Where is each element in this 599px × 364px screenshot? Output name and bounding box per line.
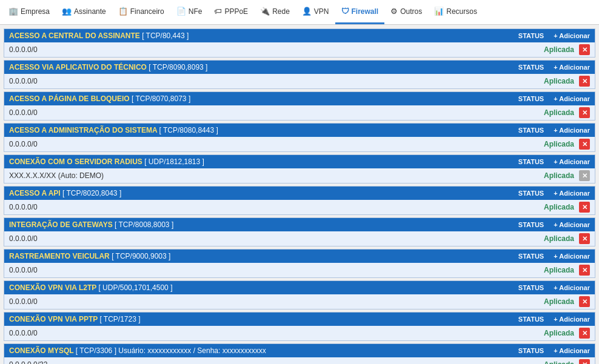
rule-block: ACESSO A ADMINISTRAÇÃO DO SISTEMA [ TCP/… xyxy=(4,123,595,152)
delete-rule-button[interactable]: ✕ xyxy=(579,76,590,87)
delete-rule-button[interactable]: ✕ xyxy=(579,202,590,213)
rule-data-row: 0.0.0.0/0Aplicada✕ xyxy=(4,42,595,57)
pppoe-icon: 🏷 xyxy=(214,7,222,16)
delete-rule-button[interactable]: ✕ xyxy=(579,233,590,244)
rule-block: ACESSO A PÁGINA DE BLOQUEIO [ TCP/8070,8… xyxy=(4,91,595,121)
rule-title: ACESSO VIA APLICATIVO DO TÉCNICO [ TCP/8… xyxy=(9,63,507,71)
recursos-icon: 📊 xyxy=(434,7,444,16)
rule-block: CONEXÃO VPN VIA L2TP [ UDP/500,1701,4500… xyxy=(4,280,595,309)
rule-data-row: 0.0.0.0.0/32Aplicada✕ xyxy=(4,357,595,364)
rule-data-row: 0.0.0.0/0Aplicada✕ xyxy=(4,74,595,88)
nav-item-pppoe[interactable]: 🏷PPPoE xyxy=(208,0,254,24)
status-column-label: STATUS xyxy=(507,253,544,260)
rule-title: ACESSO A CENTRAL DO ASSINANTE [ TCP/80,4… xyxy=(9,31,507,40)
rule-name: ACESSO A CENTRAL DO ASSINANTE xyxy=(9,31,140,40)
rule-status-value: Aplicada xyxy=(538,171,574,180)
main-content: ACESSO A CENTRAL DO ASSINANTE [ TCP/80,4… xyxy=(0,25,599,364)
nfe-icon: 📄 xyxy=(176,7,186,16)
rule-ip: 0.0.0.0/0 xyxy=(9,329,538,337)
rule-protocol: [ TCP/8070,8073 ] xyxy=(132,94,190,103)
rule-title: CONEXÃO VPN VIA L2TP [ UDP/500,1701,4500… xyxy=(9,283,507,292)
rule-block: CONEXÃO VPN VIA PPTP [ TCP/1723 ]STATUS+… xyxy=(4,312,595,341)
nav-item-nfe[interactable]: 📄NFe xyxy=(170,0,209,24)
nav-item-empresa[interactable]: 🏢Empresa xyxy=(2,0,56,24)
rule-name: INTEGRAÇÃO DE GATEWAYS xyxy=(9,220,113,229)
rule-header: CONEXÃO VPN VIA L2TP [ UDP/500,1701,4500… xyxy=(4,281,595,294)
delete-rule-button[interactable]: ✕ xyxy=(579,296,590,307)
rule-status-value: Aplicada xyxy=(538,108,574,117)
nav-label-rede: Rede xyxy=(272,7,290,16)
add-rule-button[interactable]: + Adicionar xyxy=(554,347,590,354)
rule-ip: 0.0.0.0/0 xyxy=(9,108,538,117)
rule-ip: 0.0.0.0/0 xyxy=(9,203,538,211)
rule-name: CONEXÃO COM O SERVIDOR RADIUS xyxy=(9,157,142,166)
add-rule-button[interactable]: + Adicionar xyxy=(554,253,590,260)
nav-label-recursos: Recursos xyxy=(446,7,477,16)
status-column-label: STATUS xyxy=(507,158,544,165)
add-rule-button[interactable]: + Adicionar xyxy=(554,158,590,165)
rule-ip: 0.0.0.0/0 xyxy=(9,45,538,54)
rule-data-row: 0.0.0.0/0Aplicada✕ xyxy=(4,263,595,277)
nav-label-empresa: Empresa xyxy=(21,7,50,16)
rule-header: ACESSO A API [ TCP/8020,8043 ]STATUS+ Ad… xyxy=(4,187,595,200)
rule-name: ACESSO A PÁGINA DE BLOQUEIO xyxy=(9,94,130,103)
rule-title: ACESSO A API [ TCP/8020,8043 ] xyxy=(9,189,507,197)
rule-data-row: 0.0.0.0/0Aplicada✕ xyxy=(4,231,595,246)
rule-status-value: Aplicada xyxy=(538,329,574,337)
nav-item-recursos[interactable]: 📊Recursos xyxy=(428,0,483,24)
add-rule-button[interactable]: + Adicionar xyxy=(554,95,590,102)
rule-protocol: [ TCP/8080,8443 ] xyxy=(159,126,218,134)
status-column-label: STATUS xyxy=(507,95,544,102)
nav-label-outros: Outros xyxy=(400,7,422,16)
status-column-label: STATUS xyxy=(507,64,544,71)
nav-item-financeiro[interactable]: 📋Financeiro xyxy=(112,0,170,24)
delete-rule-button[interactable]: ✕ xyxy=(579,170,590,181)
add-rule-button[interactable]: + Adicionar xyxy=(554,32,590,39)
rule-ip: 0.0.0.0/0 xyxy=(9,234,538,243)
delete-rule-button[interactable]: ✕ xyxy=(579,359,590,364)
rule-header: CONEXÃO COM O SERVIDOR RADIUS [ UDP/1812… xyxy=(4,155,595,168)
status-column-label: STATUS xyxy=(507,316,544,323)
nav-item-rede[interactable]: 🔌Rede xyxy=(254,0,296,24)
delete-rule-button[interactable]: ✕ xyxy=(579,107,590,118)
nav-item-assinante[interactable]: 👥Assinante xyxy=(56,0,112,24)
outros-icon: ⚙ xyxy=(390,7,398,16)
delete-rule-button[interactable]: ✕ xyxy=(579,44,590,55)
nav-label-nfe: NFe xyxy=(189,7,202,16)
rule-status-value: Aplicada xyxy=(538,234,574,243)
add-rule-button[interactable]: + Adicionar xyxy=(554,64,590,71)
rule-status-value: Aplicada xyxy=(538,77,574,85)
rule-status-value: Aplicada xyxy=(538,45,574,54)
rule-protocol: [ TCP/3306 ] Usuário: xxxxxxxxxxxx / Sen… xyxy=(76,346,266,355)
rule-status-value: Aplicada xyxy=(538,203,574,211)
rule-protocol: [ TCP/80,443 ] xyxy=(142,31,189,40)
add-rule-button[interactable]: + Adicionar xyxy=(554,221,590,228)
add-rule-button[interactable]: + Adicionar xyxy=(554,127,590,134)
rule-block: CONEXÃO MYSQL [ TCP/3306 ] Usuário: xxxx… xyxy=(4,343,595,364)
delete-rule-button[interactable]: ✕ xyxy=(579,139,590,150)
rule-ip: 0.0.0.0/0 xyxy=(9,140,538,148)
rule-title: CONEXÃO COM O SERVIDOR RADIUS [ UDP/1812… xyxy=(9,157,507,166)
nav-label-firewall: Firewall xyxy=(352,7,379,16)
add-rule-button[interactable]: + Adicionar xyxy=(554,316,590,323)
rule-header: ACESSO VIA APLICATIVO DO TÉCNICO [ TCP/8… xyxy=(4,61,595,74)
delete-rule-button[interactable]: ✕ xyxy=(579,265,590,276)
assinante-icon: 👥 xyxy=(62,7,72,16)
rule-block: ACESSO A CENTRAL DO ASSINANTE [ TCP/80,4… xyxy=(4,28,595,58)
rule-name: ACESSO A ADMINISTRAÇÃO DO SISTEMA xyxy=(9,126,157,134)
nav-item-vpn[interactable]: 👤VPN xyxy=(296,0,335,24)
delete-rule-button[interactable]: ✕ xyxy=(579,328,590,339)
nav-item-outros[interactable]: ⚙Outros xyxy=(384,0,428,24)
rule-protocol: [ TCP/9000,9003 ] xyxy=(112,252,170,260)
rule-header: CONEXÃO VPN VIA PPTP [ TCP/1723 ]STATUS+… xyxy=(4,313,595,326)
add-rule-button[interactable]: + Adicionar xyxy=(554,190,590,197)
rule-block: CONEXÃO COM O SERVIDOR RADIUS [ UDP/1812… xyxy=(4,154,595,184)
add-rule-button[interactable]: + Adicionar xyxy=(554,284,590,291)
rule-title: RASTREAMENTO VEICULAR [ TCP/9000,9003 ] xyxy=(9,252,507,260)
status-column-label: STATUS xyxy=(507,190,544,197)
rule-block: INTEGRAÇÃO DE GATEWAYS [ TCP/8008,8003 ]… xyxy=(4,217,595,247)
rule-name: CONEXÃO VPN VIA PPTP xyxy=(9,315,98,323)
nav-item-firewall[interactable]: 🛡Firewall xyxy=(335,0,385,24)
rule-protocol: [ TCP/1723 ] xyxy=(99,315,140,323)
rule-title: ACESSO A PÁGINA DE BLOQUEIO [ TCP/8070,8… xyxy=(9,94,507,103)
